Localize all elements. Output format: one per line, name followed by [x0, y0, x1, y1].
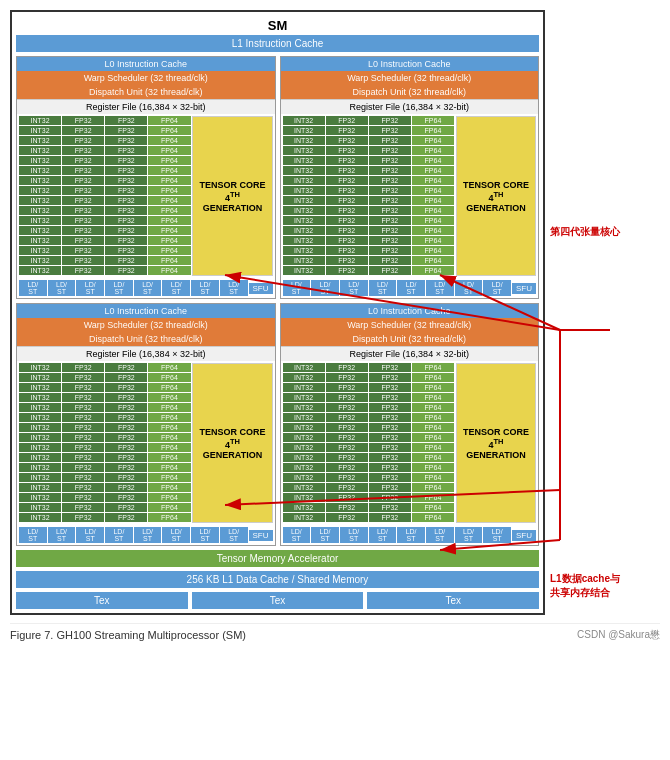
bottom-right-register-file: Register File (16,384 × 32-bit): [281, 346, 539, 361]
bottom-right-l0-cache: L0 Instruction Cache: [281, 304, 539, 318]
top-right-tensor-core: TENSOR CORE 4TH GENERATION: [456, 116, 536, 276]
annotation-fourth-gen: 第四代张量核心: [550, 225, 655, 239]
top-left-reg-rows: INT32FP32FP32FP64 INT32FP32FP32FP64 INT3…: [19, 116, 190, 276]
bottom-right-ldst-row: LD/ST LD/ST LD/ST LD/ST LD/ST LD/ST LD/S…: [281, 525, 539, 545]
fourth-gen-label: 第四代张量核心: [550, 225, 655, 239]
diagram-overlay: SM L1 Instruction Cache L0 Instruction C…: [10, 10, 660, 615]
page: SM L1 Instruction Cache L0 Instruction C…: [0, 0, 670, 656]
figure-caption-row: Figure 7. GH100 Streaming Multiprocessor…: [10, 623, 660, 646]
bottom-left-ldst-row: LD/ST LD/ST LD/ST LD/ST LD/ST LD/ST LD/S…: [17, 525, 275, 545]
tex-row: Tex Tex Tex: [16, 592, 539, 609]
top-left-reg-area: INT32FP32FP32FP64 INT32FP32FP32FP64 INT3…: [17, 114, 275, 278]
figure-caption-text: Figure 7. GH100 Streaming Multiprocessor…: [10, 629, 246, 641]
top-left-l0-cache: L0 Instruction Cache: [17, 57, 275, 71]
top-left-dispatch-unit: Dispatch Unit (32 thread/clk): [17, 85, 275, 99]
top-left-ldst-row: LD/ST LD/ST LD/ST LD/ST LD/ST LD/ST LD/S…: [17, 278, 275, 298]
bottom-left-reg-area: INT32FP32FP32FP64 INT32FP32FP32FP64 INT3…: [17, 361, 275, 525]
l1-instruction-cache-top: L1 Instruction Cache: [16, 35, 539, 52]
top-right-ldst-row: LD/ST LD/ST LD/ST LD/ST LD/ST LD/ST LD/S…: [281, 278, 539, 298]
top-right-register-file: Register File (16,384 × 32-bit): [281, 99, 539, 114]
top-two-col: L0 Instruction Cache Warp Scheduler (32 …: [16, 56, 539, 299]
bottom-left-col: L0 Instruction Cache Warp Scheduler (32 …: [16, 303, 276, 546]
top-right-l0-cache: L0 Instruction Cache: [281, 57, 539, 71]
annotations-panel: 第四代张量核心 L1数据cache与 共享内存结合: [545, 10, 660, 615]
bottom-two-col: L0 Instruction Cache Warp Scheduler (32 …: [16, 303, 539, 546]
top-right-warp-scheduler: Warp Scheduler (32 thread/clk): [281, 71, 539, 85]
annotation-l1-combined: L1数据cache与 共享内存结合: [550, 572, 655, 600]
top-left-register-file: Register File (16,384 × 32-bit): [17, 99, 275, 114]
top-right-col: L0 Instruction Cache Warp Scheduler (32 …: [280, 56, 540, 299]
tensor-memory-accelerator: Tensor Memory Accelerator: [16, 550, 539, 567]
top-left-col: L0 Instruction Cache Warp Scheduler (32 …: [16, 56, 276, 299]
tex-cell-3: Tex: [367, 592, 539, 609]
l1-data-cache: 256 KB L1 Data Cache / Shared Memory: [16, 571, 539, 588]
top-left-warp-scheduler: Warp Scheduler (32 thread/clk): [17, 71, 275, 85]
bottom-right-warp-scheduler: Warp Scheduler (32 thread/clk): [281, 318, 539, 332]
bottom-left-reg-rows: INT32FP32FP32FP64 INT32FP32FP32FP64 INT3…: [19, 363, 190, 523]
sm-diagram: SM L1 Instruction Cache L0 Instruction C…: [10, 10, 545, 615]
bottom-right-dispatch-unit: Dispatch Unit (32 thread/clk): [281, 332, 539, 346]
top-right-reg-rows: INT32FP32FP32FP64 INT32FP32FP32FP64 INT3…: [283, 116, 454, 276]
sm-container: SM L1 Instruction Cache L0 Instruction C…: [10, 10, 545, 615]
bottom-right-col: L0 Instruction Cache Warp Scheduler (32 …: [280, 303, 540, 546]
top-right-dispatch-unit: Dispatch Unit (32 thread/clk): [281, 85, 539, 99]
sm-title: SM: [16, 16, 539, 35]
bottom-left-tensor-core: TENSOR CORE 4TH GENERATION: [192, 363, 272, 523]
tex-cell-1: Tex: [16, 592, 188, 609]
bottom-left-dispatch-unit: Dispatch Unit (32 thread/clk): [17, 332, 275, 346]
l1-combined-label: L1数据cache与 共享内存结合: [550, 572, 655, 600]
top-left-tensor-core: TENSOR CORE 4TH GENERATION: [192, 116, 272, 276]
bottom-right-reg-rows: INT32FP32FP32FP64 INT32FP32FP32FP64 INT3…: [283, 363, 454, 523]
bottom-left-warp-scheduler: Warp Scheduler (32 thread/clk): [17, 318, 275, 332]
csdn-credit: CSDN @Sakura懋: [577, 628, 660, 642]
top-right-reg-area: INT32FP32FP32FP64 INT32FP32FP32FP64 INT3…: [281, 114, 539, 278]
bottom-right-reg-area: INT32FP32FP32FP64 INT32FP32FP32FP64 INT3…: [281, 361, 539, 525]
bottom-left-l0-cache: L0 Instruction Cache: [17, 304, 275, 318]
bottom-right-tensor-core: TENSOR CORE 4TH GENERATION: [456, 363, 536, 523]
bottom-left-register-file: Register File (16,384 × 32-bit): [17, 346, 275, 361]
tex-cell-2: Tex: [192, 592, 364, 609]
